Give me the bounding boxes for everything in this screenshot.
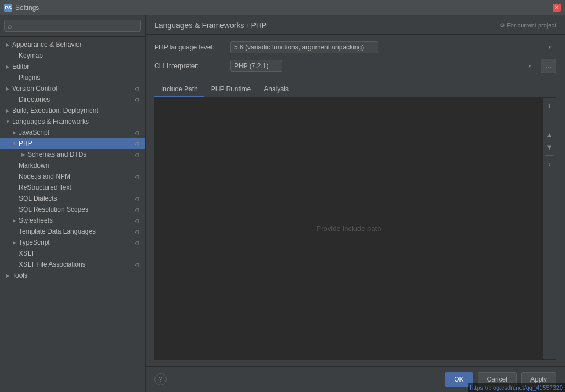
sidebar-item-appearance[interactable]: Appearance & Behavior — [0, 39, 145, 50]
sidebar-label-xslt-file-associations: XSLT File Associations — [19, 261, 133, 268]
tree-arrow-javascript — [11, 129, 18, 136]
sidebar-label-sql-dialects: SQL Dialects — [19, 195, 133, 202]
sidebar-label-php: PHP — [19, 140, 133, 147]
current-project-badge: ⚙ For current project — [500, 22, 556, 29]
move-up-button[interactable]: ▲ — [544, 129, 555, 140]
remove-path-button[interactable]: − — [544, 112, 555, 123]
help-button[interactable]: ? — [154, 373, 167, 385]
sidebar-label-build-execution: Build, Execution, Deployment — [12, 107, 141, 114]
settings-icon-template-data-languages: ⚙ — [133, 228, 141, 235]
php-language-select[interactable]: 5.6 (variadic functions, argument unpack… — [230, 41, 378, 53]
sidebar-label-javascript: JavaScript — [19, 129, 133, 136]
settings-icon-schemas-dtds: ⚙ — [133, 151, 141, 158]
tree-arrow-version-control — [4, 85, 11, 92]
tree-arrow-schemas-dtds — [20, 151, 26, 158]
cli-interpreter-ellipsis-button[interactable]: ... — [541, 59, 556, 73]
include-path-content: Provide include path — [155, 98, 542, 359]
settings-icon-typescript: ⚙ — [133, 239, 141, 246]
tab-analysis[interactable]: Analysis — [257, 82, 295, 97]
sort-button[interactable]: ↕ — [544, 158, 555, 169]
sidebar-item-nodejs-npm[interactable]: Node.js and NPM⚙ — [0, 171, 145, 182]
sidebar-item-build-execution[interactable]: Build, Execution, Deployment — [0, 105, 145, 116]
settings-icon-sql-resolution-scopes: ⚙ — [133, 206, 141, 213]
breadcrumb-parent: Languages & Frameworks — [154, 21, 244, 30]
tree-arrow-stylesheets — [11, 217, 18, 224]
sidebar-item-typescript[interactable]: TypeScript⚙ — [0, 237, 145, 248]
php-language-label: PHP language level: — [154, 43, 226, 51]
sidebar-item-xslt-file-associations[interactable]: XSLT File Associations⚙ — [0, 259, 145, 270]
toolbar-divider-2 — [545, 155, 554, 156]
breadcrumb-separator: › — [246, 21, 248, 29]
sidebar-item-xslt[interactable]: XSLT — [0, 248, 145, 259]
tab-php-runtime[interactable]: PHP Runtime — [204, 82, 257, 97]
sidebar-item-directories[interactable]: Directories⚙ — [0, 94, 145, 105]
form-area: PHP language level: 5.6 (variadic functi… — [146, 35, 565, 80]
sidebar-item-php[interactable]: PHP⚙ — [0, 138, 145, 149]
search-box — [0, 15, 145, 37]
add-path-button[interactable]: + — [544, 100, 555, 111]
app-icon: PS — [4, 4, 12, 12]
include-path-placeholder: Provide include path — [317, 224, 381, 233]
title-bar: PS Settings ✕ — [0, 0, 565, 15]
close-button[interactable]: ✕ — [553, 4, 561, 12]
cli-interpreter-label: CLI Interpreter: — [154, 62, 226, 70]
settings-icon-directories: ⚙ — [133, 96, 141, 103]
include-path-toolbar: + − ▲ ▼ ↕ — [542, 98, 556, 359]
settings-icon-stylesheets: ⚙ — [133, 217, 141, 224]
sidebar-item-version-control[interactable]: Version Control⚙ — [0, 83, 145, 94]
sidebar-item-markdown[interactable]: Markdown — [0, 160, 145, 171]
cli-interpreter-select-wrapper: PHP (7.2.1) — [230, 60, 536, 72]
sidebar-label-keymap: Keymap — [19, 52, 141, 59]
sidebar-label-tools: Tools — [12, 272, 141, 279]
php-language-select-wrapper: 5.6 (variadic functions, argument unpack… — [230, 41, 556, 53]
sidebar-label-appearance: Appearance & Behavior — [12, 41, 141, 48]
sidebar-label-markdown: Markdown — [19, 162, 141, 169]
tree-arrow-typescript — [11, 239, 18, 246]
tree-arrow-editor — [4, 63, 11, 70]
tabs-bar: Include PathPHP RuntimeAnalysis — [146, 82, 565, 97]
sidebar-item-restructured-text[interactable]: ReStructured Text — [0, 182, 145, 193]
sidebar-label-typescript: TypeScript — [19, 239, 133, 246]
sidebar-label-restructured-text: ReStructured Text — [19, 184, 141, 191]
move-down-button[interactable]: ▼ — [544, 141, 555, 152]
sidebar-label-languages-frameworks: Languages & Frameworks — [12, 118, 141, 125]
search-input[interactable] — [4, 20, 141, 32]
cli-interpreter-select[interactable]: PHP (7.2.1) — [230, 60, 282, 72]
footer-left: ? — [154, 373, 167, 385]
search-wrapper — [4, 20, 141, 32]
sidebar-item-editor[interactable]: Editor — [0, 61, 145, 72]
sidebar-item-javascript[interactable]: JavaScript⚙ — [0, 127, 145, 138]
settings-icon-javascript: ⚙ — [133, 129, 141, 136]
sidebar: Appearance & BehaviorKeymapEditorPlugins… — [0, 15, 146, 392]
sidebar-label-plugins: Plugins — [19, 74, 141, 81]
sidebar-label-sql-resolution-scopes: SQL Resolution Scopes — [19, 206, 133, 213]
sidebar-item-stylesheets[interactable]: Stylesheets⚙ — [0, 215, 145, 226]
sidebar-label-nodejs-npm: Node.js and NPM — [19, 173, 133, 180]
breadcrumb-current: PHP — [251, 21, 267, 30]
sidebar-label-template-data-languages: Template Data Languages — [19, 228, 133, 235]
sidebar-item-schemas-dtds[interactable]: Schemas and DTDs⚙ — [0, 149, 145, 160]
sidebar-item-template-data-languages[interactable]: Template Data Languages⚙ — [0, 226, 145, 237]
watermark: https://blog.csdn.net/qq_41557320 — [468, 383, 565, 392]
settings-icon-php: ⚙ — [133, 140, 141, 147]
php-language-row: PHP language level: 5.6 (variadic functi… — [154, 41, 556, 53]
settings-icon-xslt-file-associations: ⚙ — [133, 261, 141, 268]
tree-arrow-languages-frameworks — [4, 118, 11, 125]
main-layout: Appearance & BehaviorKeymapEditorPlugins… — [0, 15, 565, 392]
tab-include-path[interactable]: Include Path — [154, 82, 204, 97]
sidebar-item-sql-resolution-scopes[interactable]: SQL Resolution Scopes⚙ — [0, 204, 145, 215]
cli-interpreter-row: CLI Interpreter: PHP (7.2.1) ... — [154, 59, 556, 73]
content-area: Languages & Frameworks › PHP ⚙ For curre… — [146, 15, 565, 392]
sidebar-label-xslt: XSLT — [19, 250, 141, 257]
sidebar-item-sql-dialects[interactable]: SQL Dialects⚙ — [0, 193, 145, 204]
content-header: Languages & Frameworks › PHP ⚙ For curre… — [146, 15, 565, 35]
sidebar-item-languages-frameworks[interactable]: Languages & Frameworks — [0, 116, 145, 127]
sidebar-label-schemas-dtds: Schemas and DTDs — [27, 151, 133, 158]
sidebar-item-keymap[interactable]: Keymap — [0, 50, 145, 61]
sidebar-label-version-control: Version Control — [12, 85, 133, 92]
sidebar-item-tools[interactable]: Tools — [0, 270, 145, 281]
sidebar-label-directories: Directories — [19, 96, 133, 103]
toolbar-divider-1 — [545, 126, 554, 126]
sidebar-item-plugins[interactable]: Plugins — [0, 72, 145, 83]
sidebar-tree: Appearance & BehaviorKeymapEditorPlugins… — [0, 37, 145, 392]
